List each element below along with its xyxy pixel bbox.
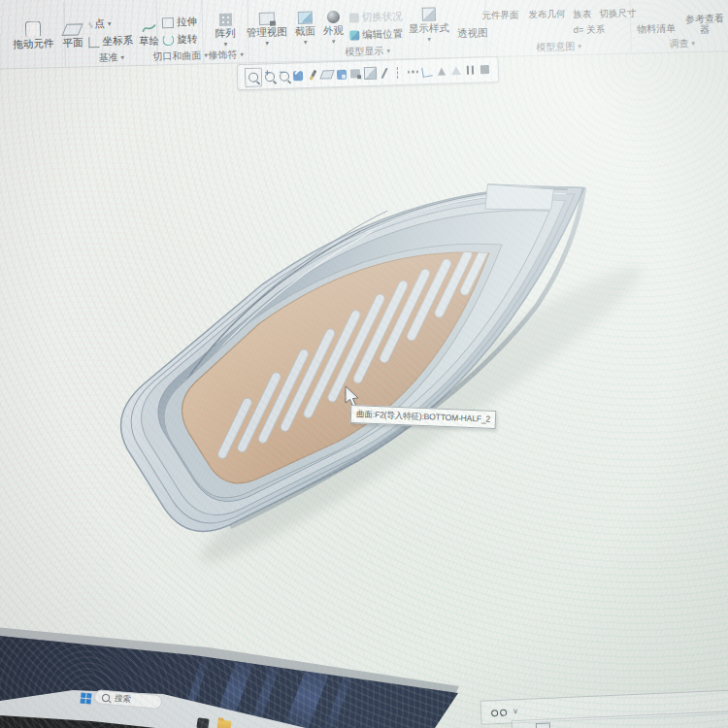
sketch-icon xyxy=(142,22,156,34)
relations-button[interactable]: d= 关系 xyxy=(574,23,606,37)
point-button[interactable]: ˣₓ 点 ▾ xyxy=(88,17,133,31)
revolve-button[interactable]: 旋转 xyxy=(162,32,197,47)
3d-dragger-icon[interactable] xyxy=(478,62,491,78)
plane-icon xyxy=(62,23,83,36)
datum-point-icon: ˣₓ xyxy=(88,20,91,29)
sections-button[interactable]: 截面 ▾ xyxy=(293,23,318,45)
component-interface-button[interactable]: 元件界面 xyxy=(480,9,520,22)
perspective-view-button[interactable]: 透视图 xyxy=(455,26,490,41)
extrude-icon xyxy=(162,17,174,28)
coordinate-system-icon xyxy=(89,36,100,47)
manage-views-button[interactable]: 管理视图 ▾ xyxy=(245,24,289,46)
zoom-out-icon[interactable] xyxy=(277,68,290,83)
pattern-button[interactable]: 阵列 ▾ xyxy=(214,25,239,47)
display-style-cube-icon xyxy=(421,7,435,20)
cad-application-window: 曲面:F2(导入特征):BOTTOM-HALF_2 拖动元件 平面 xyxy=(0,0,728,728)
find-dropdown-caret[interactable]: ∨ xyxy=(513,707,518,715)
datum-plane-display-icon[interactable] xyxy=(377,65,390,81)
section-plane-icon xyxy=(297,12,312,24)
family-table-button[interactable]: 族表 xyxy=(573,9,591,21)
taskbar-app-icon[interactable] xyxy=(196,717,209,728)
publish-geometry-button[interactable]: 发布几何 xyxy=(526,8,567,21)
edit-position-button[interactable]: 编辑位置 xyxy=(349,27,403,42)
refit-icon[interactable] xyxy=(291,68,305,83)
annotation-display-icon[interactable] xyxy=(434,63,447,79)
binoculars-icon[interactable] xyxy=(491,707,507,717)
appearance-sphere-icon xyxy=(326,11,339,23)
search-placeholder: 搜索 xyxy=(115,692,132,705)
display-style-button[interactable]: 显示样式 ▾ xyxy=(407,19,452,42)
3d-viewport[interactable] xyxy=(0,0,728,728)
plane-display-icon[interactable] xyxy=(320,67,334,83)
group-label-cut-surface[interactable]: 切口和曲面▾ xyxy=(162,47,199,64)
image-icon[interactable] xyxy=(536,722,551,728)
revolve-icon xyxy=(162,34,174,46)
plane-button[interactable]: 平面 xyxy=(61,36,85,50)
search-icon xyxy=(102,693,111,702)
file-explorer-icon[interactable] xyxy=(216,719,231,728)
group-label-modifiers[interactable]: 修饰符▾ xyxy=(208,46,245,63)
saved-orientations-icon[interactable] xyxy=(334,66,347,82)
pattern-grid-icon xyxy=(218,14,231,26)
group-label-datum[interactable]: 基准▾ xyxy=(70,49,153,67)
toggle-status-button[interactable]: 切换状况 xyxy=(348,10,402,24)
view-capture-icon[interactable] xyxy=(348,66,362,82)
manage-views-icon xyxy=(258,13,274,25)
tray-model[interactable] xyxy=(91,105,658,585)
bill-of-materials-button[interactable]: 物料清单 xyxy=(635,21,678,36)
ribbon-group-component: 拖动元件 xyxy=(1,2,66,69)
datum-axis-display-icon[interactable] xyxy=(391,64,405,80)
ribbon-group-model-intent: 元件界面 发布几何 族表 切换尺寸 d= 关系 xyxy=(485,0,632,56)
ribbon-group-investigate: 物料清单 参考查看器 调查▾ xyxy=(630,0,728,53)
edit-position-icon xyxy=(349,30,359,40)
toggle-status-icon xyxy=(349,13,359,22)
ribbon-group-modifiers: 阵列 ▾ 修饰符▾ xyxy=(202,0,249,63)
photographed-monitor: 曲面:F2(导入特征):BOTTOM-HALF_2 拖动元件 平面 xyxy=(0,0,728,728)
ribbon-group-cut-surface: 拉伸 旋转 切口和曲面▾ xyxy=(156,0,204,64)
ribbon-group-datum: 平面 ˣₓ 点 ▾ 坐标系 xyxy=(64,0,158,67)
pause-icon[interactable] xyxy=(463,62,477,78)
csys-button[interactable]: 坐标系 xyxy=(88,34,133,49)
repaint-icon[interactable] xyxy=(306,67,319,83)
drag-component-button[interactable]: 拖动元件 xyxy=(11,33,55,51)
display-style-icon[interactable] xyxy=(363,65,377,81)
spin-center-icon[interactable] xyxy=(448,62,462,78)
zoom-region-icon[interactable] xyxy=(245,67,263,87)
group-label-model-intent[interactable]: 模型意图▾ xyxy=(490,37,626,56)
appearance-button[interactable]: 外观 ▾ xyxy=(321,23,347,45)
reference-viewer-button[interactable]: 参考查看器 xyxy=(681,13,728,35)
extrude-button[interactable]: 拉伸 xyxy=(162,15,197,29)
datum-point-display-icon[interactable] xyxy=(406,64,419,80)
zoom-in-icon[interactable] xyxy=(263,68,277,83)
windows-start-button[interactable] xyxy=(80,692,91,704)
hand-icon xyxy=(25,20,41,36)
group-label-investigate[interactable]: 调查▾ xyxy=(635,34,728,52)
ribbon-group-model-display: 管理视图 ▾ 截面 ▾ 外观 ▾ xyxy=(248,0,487,62)
csys-display-icon[interactable] xyxy=(420,63,434,79)
